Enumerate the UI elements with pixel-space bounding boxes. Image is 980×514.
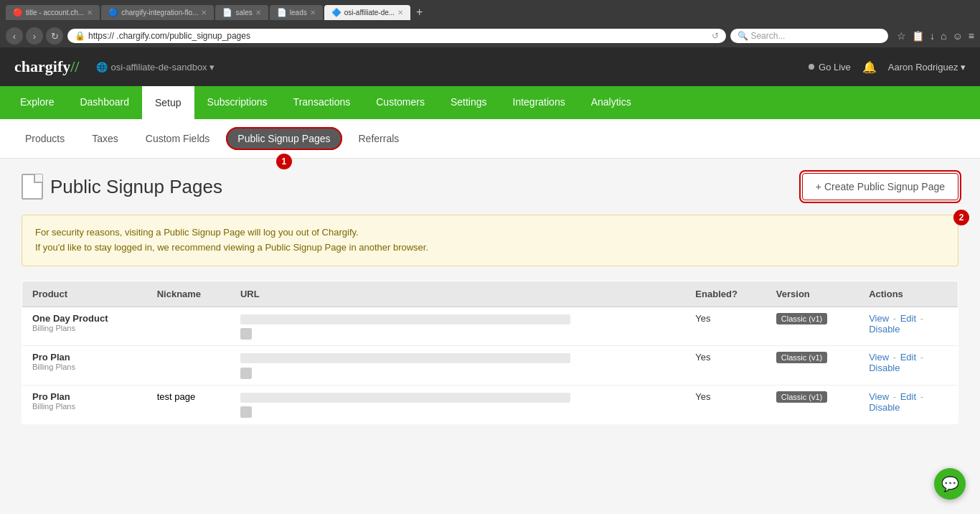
browser-tab-1[interactable]: 🔴 title - account.ch... ✕ (6, 5, 100, 20)
sub-nav-public-signup-pages[interactable]: Public Signup Pages (226, 127, 341, 150)
col-product: Product (22, 281, 147, 307)
cell-version-1: Classic (v1) (766, 346, 859, 386)
toolbar-icons: ☆ 📋 ↓ ⌂ ☺ ≡ (892, 30, 974, 42)
site-selector-label: osi-affiliate-de-sandbox ▾ (110, 62, 215, 73)
download-icon[interactable]: ↓ (930, 30, 935, 42)
tab-close-icon[interactable]: ✕ (87, 9, 93, 17)
address-text: https:// .chargify.com/public_signup_pag… (88, 31, 250, 41)
disable-link-1[interactable]: Disable (869, 363, 948, 373)
tab-close-icon[interactable]: ✕ (255, 9, 261, 17)
back-button[interactable]: ‹ (6, 27, 23, 45)
nav-label-integrations: Integrations (513, 96, 565, 108)
refresh-icon: ↺ (712, 31, 719, 41)
url-icon-2 (240, 406, 252, 418)
nav-item-settings[interactable]: Settings (438, 86, 500, 119)
view-link-2[interactable]: View (869, 391, 889, 402)
refresh-button[interactable]: ↻ (46, 27, 63, 45)
browser-chrome: 🔴 title - account.ch... ✕ 🔵 chargify-int… (0, 0, 980, 24)
go-live-dot (809, 64, 814, 70)
product-sub-0: Billing Plans (32, 324, 137, 332)
browser-tab-3[interactable]: 📄 sales ✕ (215, 5, 268, 20)
page-title-area: Public Signup Pages (22, 174, 222, 200)
sub-nav-referrals-label: Referrals (359, 133, 400, 144)
chargify-logo: chargify// (14, 57, 79, 76)
nav-label-customers: Customers (376, 96, 425, 108)
tab-close-icon[interactable]: ✕ (201, 9, 207, 17)
sub-nav-public-signup-wrapper: Public Signup Pages 1 (226, 133, 341, 144)
reader-icon[interactable]: 📋 (912, 30, 924, 42)
site-selector[interactable]: 🌐 osi-affiliate-de-sandbox ▾ (90, 59, 220, 75)
nav-item-analytics[interactable]: Analytics (578, 86, 644, 119)
separator2-1: - (920, 352, 923, 363)
tab-label: title - account.ch... (26, 9, 84, 17)
chat-bubble-button[interactable]: 💬 (934, 468, 966, 500)
bookmark-icon[interactable]: ☆ (897, 30, 906, 42)
notification-bell-icon[interactable]: 🔔 (862, 60, 877, 74)
go-live-button[interactable]: Go Live (809, 62, 851, 73)
nav-item-customers[interactable]: Customers (363, 86, 438, 119)
sub-nav-products[interactable]: Products (14, 128, 75, 149)
home-icon[interactable]: ⌂ (941, 30, 946, 42)
url-icon-1 (240, 368, 252, 379)
globe-icon: 🌐 (96, 62, 108, 73)
tab-close-icon[interactable]: ✕ (397, 9, 403, 17)
create-button-wrapper: + Create Public Signup Page 2 (802, 173, 958, 200)
address-bar-row: ‹ › ↻ 🔒 https:// .chargify.com/public_si… (0, 24, 980, 47)
product-name-0: One Day Product (32, 313, 137, 324)
nav-item-subscriptions[interactable]: Subscriptions (194, 86, 281, 119)
browser-tab-2[interactable]: 🔵 chargify-integration-flo... ✕ (101, 5, 214, 20)
sub-nav-public-signup-label: Public Signup Pages (237, 133, 330, 144)
nav-buttons: ‹ › ↻ (6, 27, 63, 45)
tab-label: sales (235, 9, 252, 17)
tab-favicon: 📄 (222, 8, 232, 17)
address-bar[interactable]: 🔒 https:// .chargify.com/public_signup_p… (67, 29, 726, 43)
tab-bar: 🔴 title - account.ch... ✕ 🔵 chargify-int… (6, 4, 974, 20)
sub-nav-custom-fields[interactable]: Custom Fields (135, 128, 220, 149)
new-tab-button[interactable]: + (412, 4, 427, 20)
edit-link-0[interactable]: Edit (900, 313, 916, 324)
annotation-circle-1: 1 (276, 154, 292, 169)
cell-version-2: Classic (v1) (766, 385, 859, 424)
view-edit-links-0: View - Edit (869, 313, 919, 324)
emoji-icon[interactable]: ☺ (953, 30, 963, 42)
user-menu[interactable]: Aaron Rodriguez ▾ (888, 62, 966, 73)
separator2-2: - (920, 391, 923, 402)
menu-icon[interactable]: ≡ (969, 30, 974, 42)
nav-item-integrations[interactable]: Integrations (500, 86, 578, 119)
edit-link-2[interactable]: Edit (900, 391, 916, 402)
create-public-signup-page-button[interactable]: + Create Public Signup Page (802, 173, 958, 200)
tab-close-icon[interactable]: ✕ (310, 9, 316, 17)
nav-label-subscriptions: Subscriptions (207, 96, 268, 108)
cell-product-0: One Day Product Billing Plans (22, 307, 147, 346)
search-bar[interactable]: 🔍 Search... (730, 29, 888, 43)
cell-product-1: Pro Plan Billing Plans (22, 346, 147, 386)
nav-item-dashboard[interactable]: Dashboard (67, 86, 142, 119)
sub-nav-taxes[interactable]: Taxes (81, 128, 129, 149)
cell-actions-1: View - Edit - Disable (859, 346, 958, 386)
cell-actions-0: View - Edit - Disable (859, 307, 958, 346)
action-links-1: View - Edit - Disable (869, 352, 948, 373)
page-header: Public Signup Pages + Create Public Sign… (22, 173, 958, 200)
nav-item-setup[interactable]: Setup (142, 86, 194, 119)
table-row: Pro Plan Billing Plans Yes Classic (v1) … (22, 346, 958, 386)
disable-link-0[interactable]: Disable (869, 324, 948, 335)
view-edit-links-1: View - Edit (869, 352, 919, 363)
disable-link-2[interactable]: Disable (869, 402, 948, 413)
nav-item-explore[interactable]: Explore (7, 86, 67, 119)
edit-link-1[interactable]: Edit (900, 352, 916, 363)
browser-tab-active[interactable]: 🔷 osi-affiliate-de... ✕ (324, 5, 410, 20)
forward-button[interactable]: › (26, 27, 43, 45)
tab-favicon: 🔷 (331, 8, 341, 17)
nav-item-transactions[interactable]: Transactions (281, 86, 364, 119)
view-link-0[interactable]: View (869, 313, 889, 324)
cell-product-2: Pro Plan Billing Plans (22, 385, 147, 424)
url-icon-0 (240, 328, 252, 340)
col-url: URL (230, 281, 685, 307)
cell-enabled-0: Yes (685, 307, 765, 346)
browser-tab-4[interactable]: 📄 leads ✕ (270, 5, 323, 20)
search-placeholder: 🔍 Search... (738, 31, 785, 41)
view-link-1[interactable]: View (869, 352, 889, 363)
page-content: Public Signup Pages + Create Public Sign… (0, 159, 980, 514)
sub-nav-referrals[interactable]: Referrals (348, 128, 410, 149)
go-live-label: Go Live (819, 62, 851, 73)
